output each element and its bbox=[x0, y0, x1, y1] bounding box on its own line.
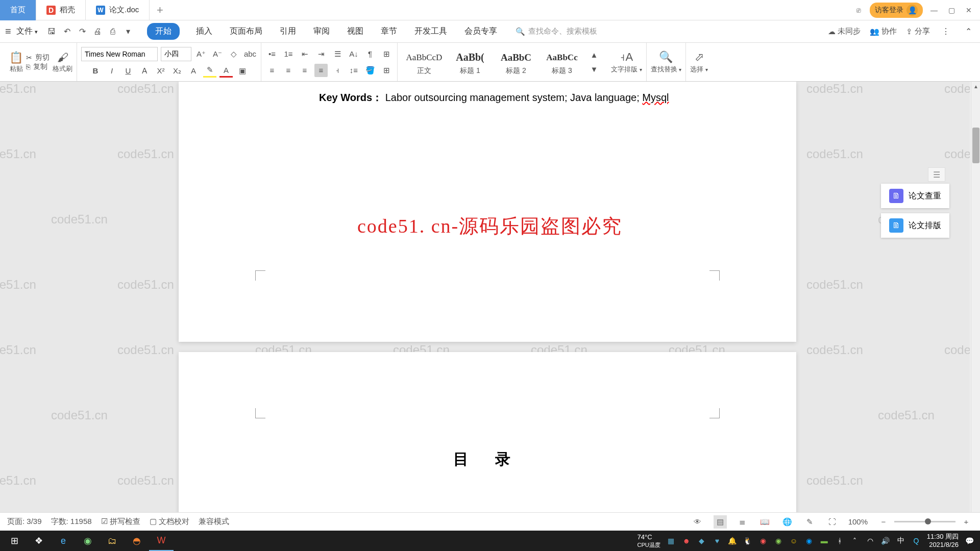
collab-button[interactable]: 👥协作 bbox=[870, 27, 897, 36]
numbering-icon[interactable]: 1≡ bbox=[282, 47, 295, 61]
file-menu[interactable]: 文件 ▾ bbox=[16, 26, 38, 37]
increase-indent-icon[interactable]: ⇥ bbox=[314, 47, 328, 61]
maximize-button[interactable]: ▢ bbox=[945, 4, 958, 16]
paper-layout-button[interactable]: 🗎论文排版 bbox=[881, 213, 949, 238]
zoom-slider[interactable] bbox=[894, 521, 955, 522]
tab-daoke[interactable]: D稻壳 bbox=[36, 0, 86, 20]
ie-icon[interactable]: e bbox=[51, 531, 76, 551]
align-right-icon[interactable]: ≡ bbox=[298, 64, 311, 77]
tab-review[interactable]: 审阅 bbox=[312, 23, 331, 40]
eye-icon[interactable]: 👁 bbox=[691, 515, 704, 529]
superscript-button[interactable]: X² bbox=[154, 64, 167, 78]
tab-document[interactable]: W论文.doc bbox=[86, 0, 150, 20]
login-button[interactable]: 访客登录👤 bbox=[870, 3, 923, 18]
window-mode-icon[interactable]: ⎚ bbox=[852, 4, 865, 16]
preview-icon[interactable]: ⎙ bbox=[106, 25, 119, 38]
command-search[interactable]: 🔍查找命令、搜索模板 bbox=[516, 27, 597, 36]
text-effects-icon[interactable]: A bbox=[187, 64, 200, 78]
fit-icon[interactable]: ⛶ bbox=[826, 515, 839, 529]
grow-font-icon[interactable]: A⁺ bbox=[194, 47, 208, 61]
shrink-font-icon[interactable]: A⁻ bbox=[211, 47, 224, 61]
sort-icon[interactable]: A↓ bbox=[347, 47, 360, 61]
tab-home[interactable]: 首页 bbox=[0, 0, 36, 20]
collapse-ribbon-icon[interactable]: ⌃ bbox=[962, 25, 975, 38]
shading-icon[interactable]: 🪣 bbox=[363, 64, 377, 77]
page-indicator[interactable]: 页面: 3/39 bbox=[7, 517, 42, 527]
bluetooth-icon[interactable]: ᚼ bbox=[835, 536, 844, 545]
tray-icon-8[interactable]: ◉ bbox=[774, 536, 783, 545]
tray-icon-q[interactable]: Q bbox=[912, 536, 921, 545]
tray-icon-2[interactable]: ☻ bbox=[682, 536, 691, 545]
clear-format-icon[interactable]: ◇ bbox=[227, 47, 240, 61]
action-center-icon[interactable]: 💬 bbox=[965, 536, 974, 545]
style-normal[interactable]: AaBbCcD正文 bbox=[402, 49, 447, 76]
minimize-button[interactable]: ― bbox=[928, 4, 940, 16]
hamburger-icon[interactable]: ≡ bbox=[5, 26, 11, 37]
text-layout-group[interactable]: ⫞A 文字排版 ▾ bbox=[607, 43, 647, 81]
more-menu-icon[interactable]: ⋮ bbox=[939, 25, 952, 38]
bullets-icon[interactable]: •≡ bbox=[265, 47, 279, 61]
web-view-icon[interactable]: 🌐 bbox=[781, 515, 794, 529]
more-quick-icon[interactable]: ▾ bbox=[121, 25, 135, 38]
tab-devtools[interactable]: 开发工具 bbox=[413, 23, 448, 40]
add-tab-button[interactable]: + bbox=[150, 4, 170, 17]
tray-icon-9[interactable]: ☺ bbox=[789, 536, 798, 545]
document-page-1[interactable]: Key Words： Labor outsourcing management … bbox=[179, 82, 796, 342]
underline-button[interactable]: U bbox=[121, 64, 135, 78]
align-center-icon[interactable]: ≡ bbox=[282, 64, 295, 77]
redo-icon[interactable]: ↷ bbox=[76, 25, 89, 38]
tray-icon-3[interactable]: ◆ bbox=[697, 536, 706, 545]
styles-up-icon[interactable]: ▲ bbox=[587, 48, 601, 62]
tab-start[interactable]: 开始 bbox=[147, 23, 180, 40]
paste-icon[interactable]: 📋 bbox=[9, 51, 23, 64]
show-marks-icon[interactable]: ¶ bbox=[363, 47, 377, 61]
close-button[interactable]: ✕ bbox=[963, 4, 975, 16]
strikethrough-button[interactable]: A̵ bbox=[138, 64, 151, 78]
task-app-1[interactable]: ❖ bbox=[27, 531, 51, 551]
undo-icon[interactable]: ↶ bbox=[60, 25, 74, 38]
tray-up-icon[interactable]: ˄ bbox=[850, 536, 860, 545]
tab-reference[interactable]: 引用 bbox=[279, 23, 297, 40]
tray-icon-7[interactable]: ◉ bbox=[758, 536, 768, 545]
ime-icon[interactable]: 中 bbox=[896, 536, 905, 545]
scroll-thumb[interactable] bbox=[972, 128, 979, 163]
save-icon[interactable]: 🖫 bbox=[45, 25, 58, 38]
explorer-icon[interactable]: 🗂 bbox=[100, 531, 125, 551]
tab-member[interactable]: 会员专享 bbox=[463, 23, 498, 40]
find-replace-group[interactable]: 🔍 查找替换 ▾ bbox=[647, 43, 687, 81]
start-button[interactable]: ⊞ bbox=[2, 531, 27, 551]
tray-icon-10[interactable]: ◉ bbox=[804, 536, 814, 545]
wifi-icon[interactable]: ◠ bbox=[866, 536, 875, 545]
style-heading3[interactable]: AaBbCc标题 3 bbox=[540, 49, 584, 76]
document-area[interactable]: code51.cncode51.cncode51.cncode51.cncode… bbox=[0, 82, 970, 524]
document-page-2[interactable]: 目 录 bbox=[179, 352, 796, 524]
tab-view[interactable]: 视图 bbox=[346, 23, 364, 40]
paper-check-button[interactable]: 🗎论文查重 bbox=[881, 184, 949, 208]
tray-icon-1[interactable]: ▦ bbox=[667, 536, 676, 545]
subscript-button[interactable]: X₂ bbox=[170, 64, 184, 78]
decrease-indent-icon[interactable]: ⇤ bbox=[298, 47, 311, 61]
tab-insert[interactable]: 插入 bbox=[195, 23, 213, 40]
read-view-icon[interactable]: 📖 bbox=[758, 515, 772, 529]
collapse-panel-icon[interactable]: ☰ bbox=[928, 167, 945, 182]
font-color-icon[interactable]: A bbox=[219, 64, 233, 78]
cpu-temp[interactable]: 74°CCPU温度 bbox=[638, 533, 660, 549]
select-group[interactable]: ⬀ 选择 ▾ bbox=[686, 43, 712, 81]
bold-button[interactable]: B bbox=[89, 64, 102, 78]
tab-pagelayout[interactable]: 页面布局 bbox=[229, 23, 263, 40]
share-button[interactable]: ⇪分享 bbox=[906, 27, 930, 36]
asian-layout-icon[interactable]: ☰ bbox=[331, 47, 344, 61]
page-view-icon[interactable]: ▤ bbox=[714, 515, 727, 529]
copy-button[interactable]: ⎘ 复制 bbox=[26, 62, 50, 71]
format-painter-icon[interactable]: 🖌 bbox=[53, 51, 72, 64]
spellcheck-toggle[interactable]: ☑ 拼写检查 bbox=[101, 517, 140, 527]
line-spacing-icon[interactable]: ↕≡ bbox=[347, 64, 360, 77]
styles-down-icon[interactable]: ▼ bbox=[587, 63, 601, 76]
align-left-icon[interactable]: ≡ bbox=[265, 64, 279, 77]
align-justify-icon[interactable]: ≡ bbox=[314, 64, 328, 77]
tab-chapter[interactable]: 章节 bbox=[380, 23, 398, 40]
highlight-icon[interactable]: ✎ bbox=[203, 64, 216, 78]
print-icon[interactable]: 🖨 bbox=[91, 25, 104, 38]
proofread-toggle[interactable]: ▢ 文档校对 bbox=[150, 517, 189, 527]
italic-button[interactable]: I bbox=[105, 64, 118, 78]
